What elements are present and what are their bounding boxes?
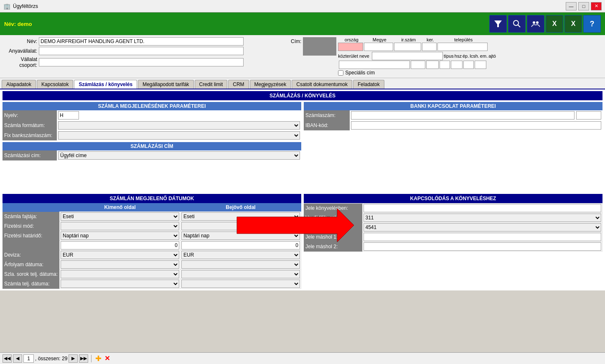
- szlasorok-kimen-select[interactable]: [61, 270, 179, 278]
- excel1-button[interactable]: X: [546, 15, 563, 33]
- orszag-input[interactable]: [338, 43, 363, 51]
- hsz-input[interactable]: [426, 61, 439, 69]
- kozteruletneve-input[interactable]: [372, 52, 443, 60]
- jele-konyv-input[interactable]: [364, 204, 602, 212]
- arfolyam-bejov-select[interactable]: [181, 260, 300, 269]
- deviza-kimen-select[interactable]: EUR: [61, 251, 179, 259]
- nav-next-button[interactable]: ▶: [69, 354, 78, 363]
- window-controls[interactable]: — □ ✕: [566, 2, 602, 10]
- cim-photo-placeholder: [303, 37, 336, 56]
- vevoi-fok-label: Vevői főik. szla.:: [304, 213, 362, 223]
- cim-section: Cím: ország Megye ir.szám ker. település: [287, 37, 602, 76]
- tab-feladatok[interactable]: Feladatok: [353, 80, 384, 89]
- ep-input[interactable]: [440, 61, 450, 69]
- szallitoi-fok-select[interactable]: 4541: [364, 223, 602, 232]
- nyelv-label: Nyelv:: [3, 110, 57, 120]
- minimize-button[interactable]: —: [566, 2, 577, 10]
- szamlaformatum-cell: [57, 120, 301, 130]
- users-button[interactable]: [527, 15, 544, 33]
- tab-crm[interactable]: CRM: [228, 80, 249, 89]
- szamlaszam-cell: [350, 110, 602, 120]
- tab-megjegyzes[interactable]: Megjegyzések: [250, 80, 291, 89]
- banki-title: BANKI KAPCSOLAT PARAMÉTEREI: [304, 102, 602, 110]
- fizetemód-kimen-select[interactable]: [61, 222, 179, 230]
- tab-csatolt[interactable]: Csatolt dokumentumok: [292, 80, 352, 89]
- app-title: Ügyféltörzs: [13, 3, 38, 9]
- szamlaformatum-select[interactable]: [58, 121, 300, 130]
- vallalatcsoport-row: Vállalat csoport:: [3, 56, 287, 68]
- em-input[interactable]: [463, 61, 474, 69]
- nev-input[interactable]: [39, 37, 244, 46]
- vallalatcsoport-input[interactable]: [39, 58, 244, 66]
- fixbank-cell: [57, 130, 301, 140]
- utca-input[interactable]: [339, 61, 410, 69]
- excel2-button[interactable]: X: [564, 15, 582, 33]
- anyavallalat-input[interactable]: [39, 47, 244, 55]
- vevoi-fok-select[interactable]: 311: [364, 214, 602, 222]
- szamlazasicim-section: SZÁMLÁZÁSI CÍM Számlázási cím: Ügyfél cí…: [3, 142, 301, 160]
- ajto-input[interactable]: [475, 61, 486, 69]
- nav-prev-button[interactable]: ◀: [13, 354, 22, 363]
- help-button[interactable]: ?: [583, 15, 601, 33]
- fizetes-hatarido-bejov-select[interactable]: Naptári nap: [181, 232, 300, 240]
- kimeno-header: Kimenő oldal: [60, 203, 180, 212]
- arfolyam-kimen-select[interactable]: [61, 260, 179, 269]
- szamlaszam-input2[interactable]: [576, 111, 601, 120]
- konyv-table: Jele könyvelésben: Vevői főik. szla.: 31…: [304, 203, 602, 252]
- telepules-col-label: település: [438, 37, 488, 42]
- fizetemód-bejov-select[interactable]: [181, 222, 300, 230]
- fixbank-select[interactable]: [58, 131, 300, 140]
- main-content: SZÁMLÁZÁS / KÖNYVELÉS SZÁMLA MEGJELENÉSÉ…: [0, 89, 605, 290]
- app-icon: 🏢: [3, 3, 10, 10]
- maximize-button[interactable]: □: [578, 2, 589, 10]
- nav-first-button[interactable]: ◀◀: [3, 354, 12, 363]
- nav-delete-button[interactable]: ✕: [104, 354, 111, 362]
- szamla-telj-label: Számla telj. dátuma:: [3, 279, 60, 289]
- szamla-telj-kimen-select[interactable]: [61, 280, 179, 288]
- szamlazasicim-row: Számlázási cím: Ügyfél címe: [3, 150, 301, 160]
- nav-separator: [91, 355, 92, 362]
- ker-input[interactable]: [422, 43, 437, 51]
- jele-mashol1-input[interactable]: [364, 233, 602, 241]
- deviza-bejov-select[interactable]: EUR: [181, 251, 300, 259]
- fizetes-hatarido-kimen-select[interactable]: Naptári nap: [61, 232, 179, 240]
- szamlaszam-input1[interactable]: [351, 111, 574, 120]
- jele-mashol2-label: Jele máshol 2:: [304, 242, 362, 252]
- telepules-input[interactable]: [437, 43, 488, 51]
- specialiscim-row: Speciális cím: [338, 70, 602, 76]
- orszag-col-label: ország: [339, 37, 364, 42]
- megye-input[interactable]: [364, 43, 393, 51]
- szamlazasicim-select[interactable]: Ügyfél címe: [58, 151, 300, 160]
- filter-button[interactable]: [489, 15, 507, 33]
- svg-point-4: [536, 21, 539, 24]
- banki-section: BANKI KAPCSOLAT PARAMÉTEREI Számlaszám: …: [304, 102, 602, 160]
- vevoi-fok-row: Vevői főik. szla.: 311: [304, 213, 602, 223]
- nav-last-button[interactable]: ▶▶: [79, 354, 88, 363]
- jele-mashol2-input[interactable]: [364, 242, 602, 251]
- bejovo-header: Bejövő oldal: [180, 203, 301, 212]
- szlasorok-bejov-select[interactable]: [181, 270, 300, 278]
- szamla-fajtaja-bejov-select[interactable]: Eseti: [181, 212, 300, 221]
- tab-alapadatok[interactable]: Alapadatok: [2, 80, 36, 89]
- iban-input[interactable]: [351, 121, 601, 130]
- tab-tarifa[interactable]: Megállapodott tarifák: [138, 80, 193, 89]
- close-button[interactable]: ✕: [591, 2, 602, 10]
- tab-szamlazas[interactable]: Számlázás / könyvelés: [74, 80, 137, 89]
- tab-creditlimit[interactable]: Credit limit: [195, 80, 228, 89]
- szamlazasicim-cell: Ügyfél címe: [57, 150, 301, 160]
- lcsh-input[interactable]: [451, 61, 463, 69]
- szamla-fajtaja-kimen-select[interactable]: Eseti: [61, 212, 179, 221]
- fizetes-hatarido-label: Fizetési határidő:: [3, 231, 60, 241]
- fizetes-hatarido-kimen-num[interactable]: [61, 241, 179, 249]
- szamla-telj-bejov-select[interactable]: [181, 280, 300, 288]
- search-button[interactable]: [508, 15, 526, 33]
- tab-kapcsolatok[interactable]: Kapcsolatok: [37, 80, 73, 89]
- specialiscim-checkbox[interactable]: [338, 70, 343, 76]
- nav-current-page[interactable]: 1: [23, 354, 34, 363]
- nyelv-input[interactable]: [58, 111, 79, 120]
- fizetes-hatarido-bejov-num[interactable]: [181, 241, 300, 249]
- tipus-input[interactable]: [411, 61, 425, 69]
- arfolyam-label: Árfolyam dátuma:: [3, 260, 60, 270]
- irszam-input[interactable]: [394, 43, 421, 51]
- nav-add-button[interactable]: ✚: [94, 354, 102, 363]
